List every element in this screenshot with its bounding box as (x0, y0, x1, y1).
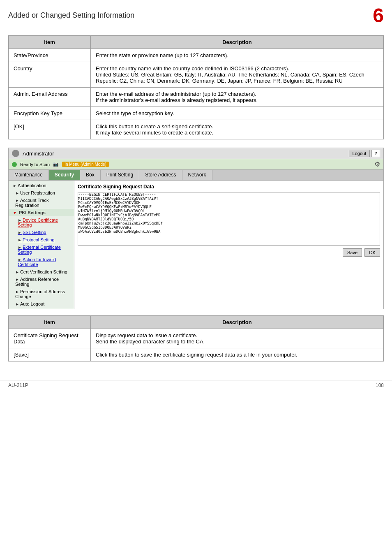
bottom-table-row: Certificate Signing Request DataDisplays… (9, 329, 384, 348)
page-number: 6 (373, 4, 384, 27)
top-table-item-cell: Encryption Key Type (9, 107, 91, 120)
admin-icon (12, 150, 19, 157)
top-table-row: State/ProvinceEnter the state or provinc… (9, 49, 384, 62)
tab-print-setting[interactable]: Print Setting (101, 170, 139, 180)
top-table-row: Encryption Key TypeSelect the type of en… (9, 107, 384, 120)
tab-maintenance[interactable]: Maintenance (9, 170, 49, 180)
ui-status-bar: Ready to Scan 📷 In Menu (Admin Mode) ⚙ (9, 159, 383, 170)
ready-dot (12, 162, 17, 167)
admin-label: Administrator (23, 151, 54, 157)
tab-security[interactable]: Security (49, 170, 80, 180)
page-header: Added or Changed Setting Information 6 (0, 0, 392, 29)
top-table-item-cell: Admin. E-mail Address (9, 88, 91, 107)
logout-button[interactable]: Logout (349, 150, 370, 157)
top-table-desc-cell: Enter the e-mail address of the administ… (91, 88, 384, 107)
tab-network[interactable]: Network (182, 170, 212, 180)
ui-sidebar: ►Authentication ►User Registration ►Acco… (9, 181, 74, 309)
ui-action-buttons: Save OK (78, 248, 380, 257)
page-footer: AU-211P 108 (0, 380, 392, 390)
bottom-table-row: [Save]Click this button to save the cert… (9, 348, 384, 361)
sidebar-item-ssl[interactable]: ►SSL Setting (9, 229, 74, 236)
sidebar-item-auto-logout[interactable]: ►Auto Logout (9, 300, 74, 308)
top-table-desc-cell: Enter the state or province name (up to … (91, 49, 384, 62)
top-table-item-cell: Country (9, 62, 91, 88)
top-info-table: Item Description State/ProvinceEnter the… (8, 35, 384, 139)
ui-content-area: Certificate Signing Request Data Save OK (74, 181, 383, 309)
sidebar-item-account-track[interactable]: ►Account Track Registration (9, 197, 74, 209)
top-table-row: [OK]Click this button to create a self-s… (9, 120, 384, 139)
page-title: Added or Changed Setting Information (8, 11, 134, 20)
sidebar-item-perm-address[interactable]: ►Permission of Address Change (9, 288, 74, 300)
top-table-desc-cell: Click this button to create a self-signe… (91, 120, 384, 139)
save-button[interactable]: Save (343, 248, 362, 257)
sidebar-item-user-reg[interactable]: ►User Registration (9, 189, 74, 197)
top-table-item-cell: State/Province (9, 49, 91, 62)
bottom-table-desc-cell: Displays request data to issue a certifi… (91, 329, 384, 348)
ready-label: Ready to Scan (20, 162, 50, 167)
footer-page: 108 (376, 382, 384, 388)
col-desc-header: Description (91, 36, 384, 49)
sidebar-item-authentication[interactable]: ►Authentication (9, 182, 74, 189)
help-button[interactable]: ? (371, 150, 380, 157)
tab-box[interactable]: Box (80, 170, 101, 180)
sidebar-item-cert-verify[interactable]: ►Cert Verification Setting (9, 268, 74, 276)
ui-top-bar-right: Logout ? (349, 150, 380, 157)
bottom-table-item-cell: [Save] (9, 348, 91, 361)
ui-content-title: Certificate Signing Request Data (78, 184, 380, 190)
sidebar-item-external-cert[interactable]: ►External Certificate Setting (9, 243, 74, 256)
sidebar-item-device-cert[interactable]: ►Device Certificate Setting (9, 216, 74, 229)
bottom-table-item-cell: Certificate Signing Request Data (9, 329, 91, 348)
bottom-col-item-header: Item (9, 316, 91, 329)
nav-tabs: Maintenance Security Box Print Setting S… (9, 170, 383, 181)
top-table-row: Admin. E-mail AddressEnter the e-mail ad… (9, 88, 384, 107)
top-table-row: CountryEnter the country name with the c… (9, 62, 384, 88)
bottom-info-table: Item Description Certificate Signing Req… (8, 315, 384, 361)
bottom-table-desc-cell: Click this button to save the certificat… (91, 348, 384, 361)
sidebar-section-auth: ►Authentication ►User Registration ►Acco… (9, 181, 74, 309)
ui-top-bar-left: Administrator (12, 150, 54, 157)
menu-badge: In Menu (Admin Mode) (62, 162, 109, 167)
ui-main: ►Authentication ►User Registration ►Acco… (9, 181, 383, 309)
ok-button[interactable]: OK (364, 248, 380, 257)
cert-signing-textarea[interactable] (78, 192, 380, 246)
tab-store-address[interactable]: Store Address (139, 170, 182, 180)
top-table-item-cell: [OK] (9, 120, 91, 139)
ui-top-bar: Administrator Logout ? (9, 148, 383, 159)
top-table-desc-cell: Select the type of encryption key. (91, 107, 384, 120)
top-table-desc-cell: Enter the country name with the country … (91, 62, 384, 88)
sidebar-item-pki-settings[interactable]: ▼ PKI Settings (9, 209, 74, 216)
sidebar-item-protocol[interactable]: ►Protocol Setting (9, 236, 74, 243)
ui-screenshot: Administrator Logout ? Ready to Scan 📷 I… (8, 148, 384, 309)
main-content: Item Description State/ProvinceEnter the… (0, 29, 392, 376)
footer-model: AU-211P (8, 382, 28, 388)
sidebar-item-address-ref[interactable]: ►Address Reference Setting (9, 276, 74, 288)
sidebar-item-action-invalid[interactable]: ►Action for Invalid Certificate (9, 256, 74, 268)
gear-icon[interactable]: ⚙ (374, 160, 380, 168)
bottom-col-desc-header: Description (91, 316, 384, 329)
col-item-header: Item (9, 36, 91, 49)
